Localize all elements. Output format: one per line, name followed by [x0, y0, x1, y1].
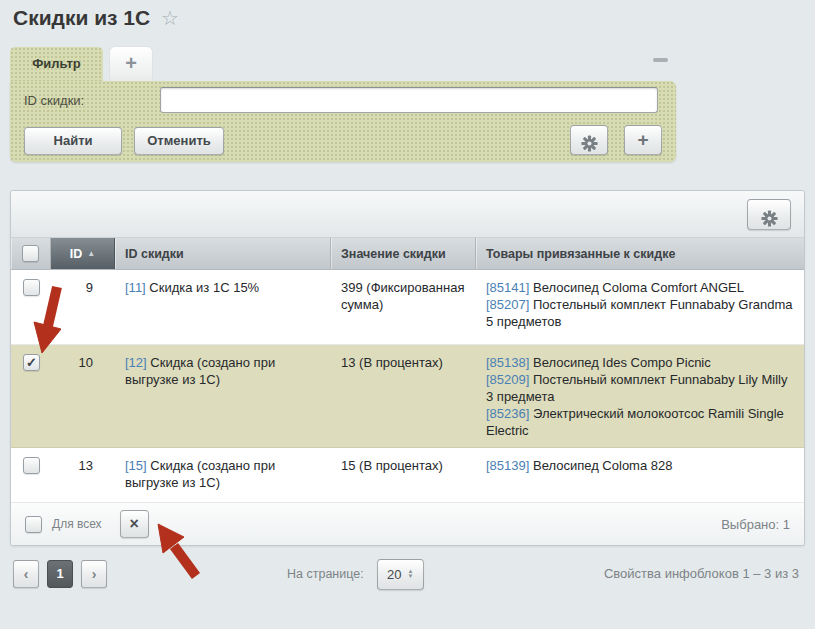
- product-name: Электрический молокоотсос Ramili Single …: [486, 406, 784, 438]
- find-button[interactable]: Найти: [24, 127, 122, 155]
- discount-id-link[interactable]: [11]: [125, 280, 146, 295]
- chevron-right-icon: ›: [92, 566, 97, 582]
- for-all-label: Для всех: [52, 517, 102, 531]
- discount-value: 13 (В процентах): [331, 345, 476, 447]
- per-page-label: На странице:: [287, 567, 364, 581]
- discount-id-link[interactable]: [15]: [125, 458, 147, 473]
- product-id-link[interactable]: [85139]: [486, 458, 529, 473]
- filter-settings-button[interactable]: [570, 125, 608, 155]
- grid-toolbar: [11, 191, 804, 238]
- products-cell: [85141] Велосипед Coloma Comfort ANGEL […: [476, 270, 804, 344]
- prev-page-button[interactable]: ‹: [13, 560, 39, 588]
- grid-settings-button[interactable]: [747, 199, 791, 230]
- check-icon: ✓: [24, 355, 39, 370]
- selected-count: Выбрано: 1: [721, 517, 790, 532]
- discount-name: Скидка из 1С 15%: [149, 280, 259, 295]
- product-name: Велосипед Coloma 828: [533, 458, 672, 473]
- discount-value: 15 (В процентах): [331, 448, 476, 502]
- table-row[interactable]: ✓ 13 [15] Скидка (создано при выгрузке и…: [11, 448, 804, 503]
- discount-name-cell: [12] Скидка (создано при выгрузке из 1С): [115, 345, 331, 447]
- row-checkbox[interactable]: ✓: [23, 457, 40, 474]
- filter-collapse-icon[interactable]: [653, 58, 668, 62]
- product-id-link[interactable]: [85209]: [486, 372, 529, 387]
- for-all-checkbox[interactable]: ✓: [25, 516, 42, 533]
- add-filter-field-button[interactable]: +: [624, 125, 662, 155]
- product-name: Велосипед Ides Compo Picnic: [533, 355, 711, 370]
- close-icon: ×: [129, 515, 138, 532]
- products-cell: [85138] Велосипед Ides Compo Picnic [852…: [476, 345, 804, 447]
- current-page-button[interactable]: 1: [47, 560, 73, 588]
- product-line: [85141] Велосипед Coloma Comfort ANGEL: [486, 279, 794, 296]
- table-row[interactable]: ✓ 9 [11] Скидка из 1С 15% 399 (Фиксирова…: [11, 270, 804, 345]
- discount-id-input[interactable]: [160, 87, 658, 113]
- product-line: [85207] Постельный комплект Funnababy Gr…: [486, 296, 794, 330]
- table-row[interactable]: ✓ 10 [12] Скидка (создано при выгрузке и…: [11, 345, 804, 448]
- cancel-button[interactable]: Отменить: [134, 127, 224, 155]
- row-id: 13: [51, 448, 115, 502]
- discount-id-link[interactable]: [12]: [125, 355, 147, 370]
- product-id-link[interactable]: [85207]: [486, 297, 529, 312]
- plus-icon: +: [125, 52, 137, 74]
- spinner-icon: ▲ ▼: [407, 569, 413, 579]
- column-header-id[interactable]: ID ▲: [51, 238, 115, 269]
- chevron-left-icon: ‹: [24, 566, 29, 582]
- product-name: Постельный комплект Funnababy Grandma 5 …: [486, 297, 793, 329]
- delete-selected-button[interactable]: ×: [120, 510, 149, 538]
- tab-filter[interactable]: Фильтр: [10, 47, 103, 81]
- product-line: [85236] Электрический молокоотсос Ramili…: [486, 405, 794, 439]
- row-checkbox[interactable]: ✓: [23, 279, 40, 296]
- records-summary: Свойства инфоблоков 1 – 3 из 3: [604, 566, 799, 581]
- grid-footer: ✓ Для всех × Выбрано: 1: [11, 503, 804, 545]
- column-header-discount[interactable]: ID скидки: [115, 238, 331, 269]
- row-id: 10: [51, 345, 115, 447]
- select-all-checkbox[interactable]: ✓: [22, 245, 39, 262]
- next-page-button[interactable]: ›: [81, 560, 107, 588]
- pagination-bar: ‹ 1 › На странице: 20 ▲ ▼ Свойства инфоб…: [10, 557, 805, 591]
- row-checkbox[interactable]: ✓: [23, 354, 40, 371]
- discount-name: Скидка (создано при выгрузке из 1С): [125, 355, 275, 387]
- product-id-link[interactable]: [85138]: [486, 355, 529, 370]
- discount-id-label: ID скидки:: [24, 93, 84, 108]
- add-filter-tab[interactable]: +: [110, 47, 152, 81]
- discount-name-cell: [11] Скидка из 1С 15%: [115, 270, 331, 344]
- per-page-value: 20: [387, 560, 401, 589]
- plus-icon: +: [637, 129, 648, 150]
- product-id-link[interactable]: [85236]: [486, 406, 529, 421]
- product-id-link[interactable]: [85141]: [486, 280, 529, 295]
- product-line: [85209] Постельный комплект Funnababy Li…: [486, 371, 794, 405]
- discount-value: 399 (Фиксированная сумма): [331, 270, 476, 344]
- page-title: Скидки из 1С: [13, 6, 150, 30]
- grid-header: ✓ ID ▲ ID скидки Значение скидки Товары …: [11, 238, 804, 270]
- per-page-control: На странице: 20 ▲ ▼: [287, 557, 424, 591]
- product-name: Велосипед Coloma Comfort ANGEL: [533, 280, 744, 295]
- gear-icon: [761, 210, 778, 227]
- product-line: [85139] Велосипед Coloma 828: [486, 457, 794, 474]
- column-header-products[interactable]: Товары привязанные к скидке: [476, 238, 804, 269]
- filter-panel: ID скидки: Найти Отменить +: [10, 81, 676, 162]
- favorite-star-icon[interactable]: ☆: [161, 7, 179, 29]
- sort-asc-icon: ▲: [87, 250, 95, 258]
- product-line: [85138] Велосипед Ides Compo Picnic: [486, 354, 794, 371]
- gear-icon: [581, 135, 598, 152]
- discounts-grid: ✓ ID ▲ ID скидки Значение скидки Товары …: [10, 190, 805, 546]
- row-id: 9: [51, 270, 115, 344]
- products-cell: [85139] Велосипед Coloma 828: [476, 448, 804, 502]
- discount-name-cell: [15] Скидка (создано при выгрузке из 1С): [115, 448, 331, 502]
- column-header-value[interactable]: Значение скидки: [331, 238, 476, 269]
- discount-name: Скидка (создано при выгрузке из 1С): [125, 458, 275, 490]
- per-page-select[interactable]: 20 ▲ ▼: [377, 559, 424, 590]
- product-name: Постельный комплект Funnababy Lily Milly…: [486, 372, 787, 404]
